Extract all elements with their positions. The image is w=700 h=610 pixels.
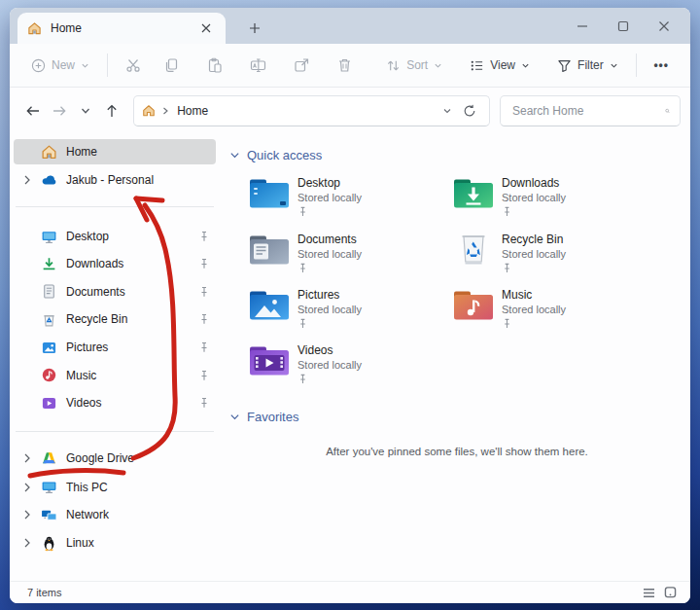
sidebar-item-documents[interactable]: Documents (14, 279, 216, 305)
back-button[interactable] (19, 97, 46, 125)
copy-button[interactable] (161, 52, 180, 79)
pin-icon (502, 318, 512, 329)
google-drive-icon (41, 450, 57, 467)
sort-icon (386, 58, 401, 73)
new-button[interactable]: New (23, 53, 97, 79)
home-icon (27, 21, 42, 36)
sidebar-item-linux[interactable]: Linux (14, 530, 216, 556)
refresh-icon (463, 104, 476, 118)
details-view-icon (643, 588, 655, 598)
videos-icon (41, 395, 57, 412)
share-button[interactable] (293, 52, 311, 79)
quick-access-item-music[interactable]: Music Stored locally (452, 287, 652, 329)
sidebar-item-this-pc[interactable]: This PC (14, 475, 216, 500)
paste-button[interactable] (205, 52, 224, 79)
file-explorer-window: Home (10, 8, 690, 603)
paste-icon (207, 57, 223, 73)
pin-icon (198, 370, 210, 381)
breadcrumb-chevron-icon (160, 106, 170, 116)
pin-icon (298, 206, 308, 217)
cut-icon (125, 57, 141, 73)
large-icons-view-button[interactable] (659, 584, 681, 601)
documents-icon (41, 283, 57, 300)
pin-icon (198, 313, 210, 325)
tab-close-button[interactable] (196, 18, 216, 38)
toolbar-divider (107, 54, 108, 77)
sidebar-item-downloads[interactable]: Downloads (14, 251, 216, 276)
favorites-header[interactable]: Favorites (229, 410, 298, 424)
plus-icon (249, 22, 261, 34)
home-icon (142, 104, 156, 118)
sidebar-item-music[interactable]: Music (14, 363, 216, 388)
favorites-title: Favorites (247, 410, 298, 424)
recycle-bin-icon (452, 232, 495, 267)
copy-icon (163, 57, 179, 73)
breadcrumb[interactable]: Home (177, 104, 437, 118)
quick-access-item-desktop[interactable]: Desktop Stored locally (248, 175, 448, 217)
pin-icon (298, 374, 308, 384)
sidebar-item-desktop[interactable]: Desktop (14, 224, 216, 249)
sidebar-item-pictures[interactable]: Pictures (14, 335, 216, 360)
sidebar-item-recycle-bin[interactable]: Recycle Bin (14, 306, 216, 332)
sidebar-item-network[interactable]: Network (14, 502, 216, 527)
quick-access-item-downloads[interactable]: Downloads Stored locally (452, 175, 652, 217)
navigation-pane: Home Jakub - Personal Desktop (10, 134, 220, 582)
quick-access-item-videos[interactable]: Videos Stored locally (248, 342, 448, 384)
chevron-down-icon (80, 105, 91, 117)
status-bar: 7 items (10, 581, 690, 603)
view-button[interactable]: View (462, 53, 538, 79)
sidebar-item-onedrive-personal[interactable]: Jakub - Personal (14, 167, 216, 193)
up-icon (104, 103, 120, 119)
pin-icon (502, 263, 512, 273)
close-icon (201, 23, 211, 33)
details-view-button[interactable] (638, 584, 659, 601)
rename-button[interactable] (249, 52, 267, 79)
chevron-right-icon (19, 450, 35, 466)
pin-icon (298, 263, 308, 273)
this-pc-icon (41, 479, 57, 495)
refresh-button[interactable] (458, 99, 481, 123)
chevron-down-icon (229, 412, 240, 422)
pictures-icon (41, 340, 57, 356)
close-icon (658, 20, 670, 32)
home-icon (41, 144, 57, 161)
sidebar-item-home[interactable]: Home (14, 139, 216, 164)
desktop-folder-icon (248, 175, 291, 210)
sidebar-item-google-drive[interactable]: Google Drive (14, 446, 216, 471)
chevron-down-icon (81, 61, 89, 70)
chevron-right-icon (19, 535, 35, 551)
pin-icon (198, 397, 210, 409)
quick-access-item-pictures[interactable]: Pictures Stored locally (248, 287, 448, 329)
address-dropdown-button[interactable] (437, 100, 458, 122)
search-box[interactable] (500, 95, 681, 126)
videos-folder-icon (248, 342, 291, 377)
sidebar-divider (16, 431, 214, 432)
filter-button-label: Filter (578, 58, 604, 72)
network-icon (41, 507, 57, 523)
sidebar-item-videos[interactable]: Videos (14, 390, 216, 415)
cut-button[interactable] (124, 52, 143, 79)
search-input[interactable] (510, 103, 665, 119)
quick-access-item-documents[interactable]: Documents Stored locally (248, 232, 448, 273)
maximize-button[interactable] (603, 12, 644, 41)
new-tab-button[interactable] (243, 17, 266, 40)
up-button[interactable] (99, 97, 125, 125)
command-bar: New (10, 44, 690, 88)
recent-locations-button[interactable] (73, 97, 99, 125)
pin-icon (198, 231, 210, 242)
delete-icon (337, 57, 352, 73)
share-icon (294, 57, 309, 73)
more-options-button[interactable]: ••• (646, 53, 677, 78)
delete-button[interactable] (335, 52, 354, 79)
forward-button[interactable] (46, 97, 72, 125)
downloads-folder-icon (452, 175, 495, 210)
minimize-button[interactable] (562, 12, 603, 41)
filter-button[interactable]: Filter (549, 53, 626, 79)
minimize-icon (577, 20, 588, 32)
sort-button[interactable]: Sort (378, 53, 450, 79)
address-bar[interactable]: Home (133, 95, 490, 126)
close-window-button[interactable] (644, 12, 684, 41)
tab-home[interactable]: Home (18, 13, 226, 44)
quick-access-header[interactable]: Quick access (229, 148, 322, 162)
quick-access-item-recycle-bin[interactable]: Recycle Bin Stored locally (452, 232, 652, 273)
